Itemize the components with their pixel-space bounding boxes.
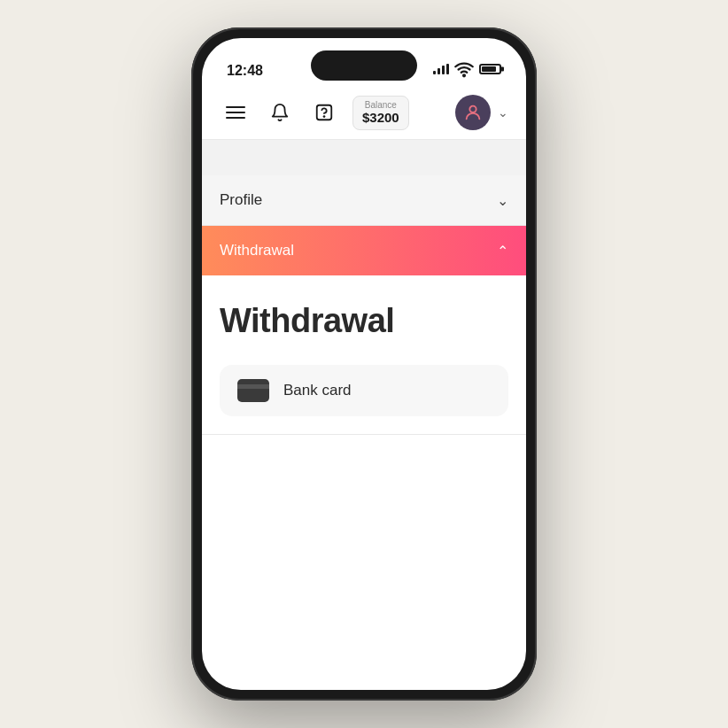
profile-chevron-icon: ⌄ [497,192,508,209]
status-time: 12:48 [227,63,263,79]
avatar[interactable] [455,95,491,130]
help-button[interactable] [308,97,340,128]
profile-accordion-header[interactable]: Profile ⌄ [202,175,526,225]
withdrawal-title: Withdrawal [220,302,508,340]
avatar-icon [463,103,483,122]
profile-accordion: Profile ⌄ [202,175,526,226]
app-header: Balance $3200 ⌄ [202,86,526,140]
withdrawal-accordion-label: Withdrawal [220,242,294,259]
wifi-icon [454,59,474,79]
notifications-button[interactable] [264,97,296,128]
svg-point-3 [469,106,476,112]
bank-card-option[interactable]: Bank card [220,365,508,416]
balance-label: Balance [362,100,399,110]
header-right: ⌄ [455,95,508,130]
menu-icon [226,106,245,119]
dynamic-island [311,50,417,81]
hamburger-button[interactable] [220,97,252,128]
bank-card-icon [237,379,269,402]
balance-amount: $3200 [362,110,399,125]
phone-screen: 12:48 [202,38,526,690]
bell-icon [270,103,290,122]
question-icon [314,103,334,122]
withdrawal-accordion: Withdrawal ⌃ Withdrawal Bank card [202,226,526,435]
battery-icon [479,64,501,74]
withdrawal-accordion-header[interactable]: Withdrawal ⌃ [202,226,526,275]
bank-card-label: Bank card [283,382,352,399]
withdrawal-chevron-icon: ⌃ [497,243,508,259]
signal-icon [433,64,449,74]
chevron-down-icon[interactable]: ⌄ [498,105,508,120]
withdrawal-content: Withdrawal Bank card [202,275,526,434]
phone-frame: 12:48 [191,27,537,701]
balance-badge: Balance $3200 [352,96,409,130]
header-left: Balance $3200 [220,96,409,130]
spacer-section [202,140,526,175]
svg-point-0 [463,74,465,76]
profile-accordion-label: Profile [220,191,262,209]
status-icons [433,59,501,79]
